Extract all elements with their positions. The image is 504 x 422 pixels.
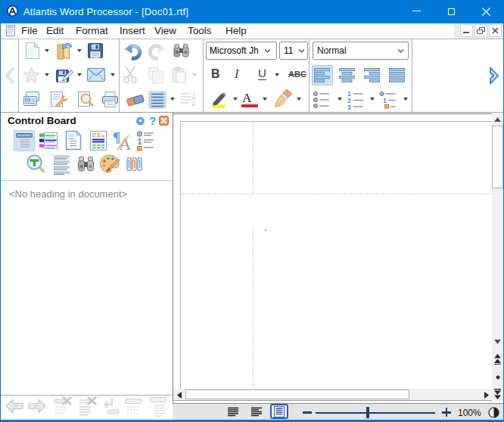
svg-text:A: A xyxy=(119,135,132,151)
svg-text:3: 3 xyxy=(347,104,351,110)
svg-text:1: 1 xyxy=(138,137,142,146)
svg-text:1: 1 xyxy=(383,97,387,104)
